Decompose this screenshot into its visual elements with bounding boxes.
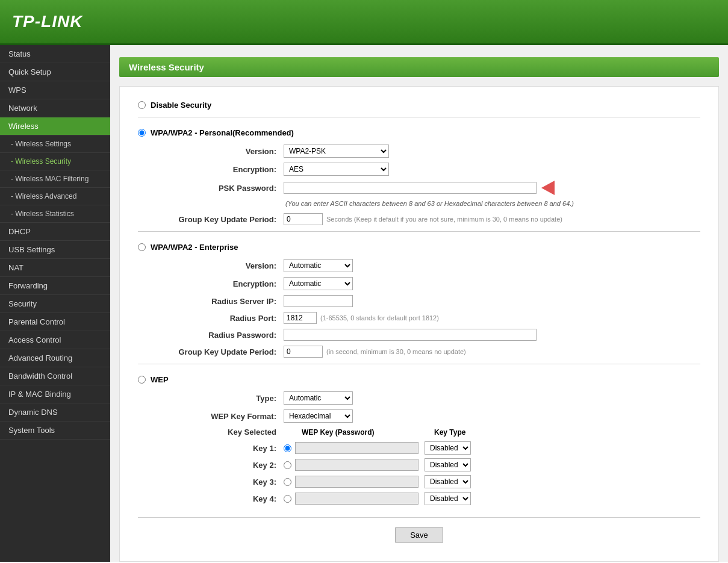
sidebar-item-dhcp[interactable]: DHCP	[0, 223, 110, 241]
sidebar-item-status[interactable]: Status	[0, 45, 110, 63]
wep-format-row: WEP Key Format: Hexadecimal ASCII	[156, 409, 700, 423]
disable-security-section: Disable Security	[138, 101, 700, 110]
sidebar-item-forwarding[interactable]: Forwarding	[0, 277, 110, 295]
wep-section: WEP Type: Automatic Open System Shared K…	[138, 375, 700, 505]
enterprise-group-key-row: Group Key Update Period: (in second, min…	[156, 346, 700, 358]
sidebar-item-nat[interactable]: NAT	[0, 259, 110, 277]
wep-row: WEP	[138, 375, 700, 384]
wep-col-key-header: WEP Key (Password)	[302, 428, 428, 437]
wep-key-selected-label: Key Selected	[156, 428, 276, 437]
wep-radio[interactable]	[138, 376, 146, 384]
wep-key1-row: Key 1: Disabled 64bit 128bit 152bit	[156, 441, 700, 455]
wep-key4-input[interactable]	[295, 493, 418, 505]
sidebar-item-system-tools[interactable]: System Tools	[0, 421, 110, 440]
sidebar-item-wireless[interactable]: Wireless	[0, 117, 110, 135]
psk-password-label: PSK Password:	[156, 184, 276, 193]
wep-key1-label: Key 1:	[156, 444, 276, 453]
personal-version-label: Version:	[156, 147, 276, 156]
sidebar-item-wireless-statistics[interactable]: - Wireless Statistics	[0, 205, 110, 223]
personal-group-key-input[interactable]	[284, 213, 323, 225]
radius-port-input[interactable]	[284, 312, 317, 324]
sidebar-item-wireless-mac[interactable]: - Wireless MAC Filtering	[0, 170, 110, 188]
wep-label[interactable]: WEP	[151, 375, 169, 384]
wpa-personal-label[interactable]: WPA/WPA2 - Personal(Recommended)	[151, 128, 294, 137]
wep-key1-radio[interactable]	[284, 444, 291, 452]
wep-key2-type-select[interactable]: Disabled 64bit 128bit 152bit	[425, 458, 471, 471]
arrow-indicator	[541, 181, 555, 195]
disable-security-label[interactable]: Disable Security	[151, 101, 211, 110]
enterprise-encryption-select[interactable]: Automatic TKIP AES	[284, 277, 353, 290]
sidebar-item-quick-setup[interactable]: Quick Setup	[0, 63, 110, 81]
sidebar-item-wireless-advanced[interactable]: - Wireless Advanced	[0, 188, 110, 205]
wpa-personal-section: WPA/WPA2 - Personal(Recommended) Version…	[138, 128, 700, 225]
section-title: Wireless Security	[119, 57, 719, 77]
wep-key4-label: Key 4:	[156, 494, 276, 503]
radius-ip-row: Radius Server IP:	[156, 295, 700, 307]
enterprise-group-key-label: Group Key Update Period:	[156, 347, 276, 356]
personal-version-row: Version: Automatic WPA-PSK WPA2-PSK	[156, 145, 700, 158]
radius-password-row: Radius Password:	[156, 329, 700, 341]
wep-key3-input[interactable]	[295, 476, 418, 488]
psk-password-row: PSK Password:	[156, 181, 700, 195]
enterprise-group-key-hint: (in second, minimum is 30, 0 means no up…	[326, 348, 466, 355]
sidebar-item-access-control[interactable]: Access Control	[0, 331, 110, 349]
disable-security-row: Disable Security	[138, 101, 700, 110]
sidebar: Status Quick Setup WPS Network Wireless …	[0, 45, 110, 562]
header: TP-LINK	[0, 0, 728, 45]
wep-key2-radio[interactable]	[284, 461, 291, 469]
wep-key1-input[interactable]	[295, 442, 418, 454]
radius-port-hint: (1-65535, 0 stands for default port 1812…	[320, 314, 439, 322]
wep-key2-row: Key 2: Disabled 64bit 128bit 152bit	[156, 458, 700, 471]
sidebar-item-dynamic-dns[interactable]: Dynamic DNS	[0, 403, 110, 421]
sidebar-item-wireless-security[interactable]: - Wireless Security	[0, 153, 110, 170]
enterprise-version-select[interactable]: Automatic WPA WPA2	[284, 259, 353, 272]
content-area: Disable Security WPA/WPA2 - Personal(Rec…	[119, 86, 719, 562]
wpa-enterprise-section: WPA/WPA2 - Enterprise Version: Automatic…	[138, 243, 700, 358]
sidebar-item-wireless-settings[interactable]: - Wireless Settings	[0, 135, 110, 153]
wep-key2-input[interactable]	[295, 459, 418, 471]
wep-key4-row: Key 4: Disabled 64bit 128bit 152bit	[156, 492, 700, 505]
wpa-personal-radio[interactable]	[138, 129, 146, 137]
logo: TP-LINK	[12, 12, 82, 31]
sidebar-item-usb-settings[interactable]: USB Settings	[0, 241, 110, 259]
layout: Status Quick Setup WPS Network Wireless …	[0, 45, 728, 562]
sidebar-item-parental-control[interactable]: Parental Control	[0, 313, 110, 331]
personal-encryption-select[interactable]: Automatic TKIP AES	[284, 163, 389, 176]
disable-security-radio[interactable]	[138, 101, 146, 109]
wep-type-select[interactable]: Automatic Open System Shared Key	[284, 391, 353, 405]
enterprise-version-label: Version:	[156, 261, 276, 270]
wep-format-select[interactable]: Hexadecimal ASCII	[284, 409, 353, 423]
radius-ip-label: Radius Server IP:	[156, 297, 276, 306]
sidebar-item-network[interactable]: Network	[0, 99, 110, 117]
save-button[interactable]: Save	[395, 527, 443, 543]
radius-port-row: Radius Port: (1-65535, 0 stands for defa…	[156, 312, 700, 324]
wpa-personal-row: WPA/WPA2 - Personal(Recommended)	[138, 128, 700, 137]
wep-key3-type-select[interactable]: Disabled 64bit 128bit 152bit	[425, 475, 471, 488]
wep-key4-type-select[interactable]: Disabled 64bit 128bit 152bit	[425, 492, 471, 505]
wpa-personal-form: Version: Automatic WPA-PSK WPA2-PSK Encr…	[156, 145, 700, 225]
main-content: Wireless Security Disable Security WPA/W…	[110, 45, 728, 562]
radius-password-input[interactable]	[284, 329, 537, 341]
wep-type-label: Type:	[156, 394, 276, 403]
sidebar-item-ip-mac-binding[interactable]: IP & MAC Binding	[0, 385, 110, 403]
enterprise-encryption-label: Encryption:	[156, 279, 276, 288]
enterprise-group-key-input[interactable]	[284, 346, 323, 358]
wpa-enterprise-row: WPA/WPA2 - Enterprise	[138, 243, 700, 252]
personal-group-key-label: Group Key Update Period:	[156, 215, 276, 224]
wep-key4-radio[interactable]	[284, 495, 291, 503]
wep-key3-radio[interactable]	[284, 478, 291, 486]
wpa-enterprise-radio[interactable]	[138, 243, 146, 251]
wpa-enterprise-label[interactable]: WPA/WPA2 - Enterprise	[151, 243, 238, 252]
wep-key3-row: Key 3: Disabled 64bit 128bit 152bit	[156, 475, 700, 488]
sidebar-item-advanced-routing[interactable]: Advanced Routing	[0, 349, 110, 367]
psk-password-input[interactable]	[284, 182, 537, 194]
sidebar-item-bandwidth-control[interactable]: Bandwidth Control	[0, 367, 110, 385]
personal-version-select[interactable]: Automatic WPA-PSK WPA2-PSK	[284, 145, 389, 158]
radius-ip-input[interactable]	[284, 295, 353, 307]
sidebar-item-security[interactable]: Security	[0, 295, 110, 313]
sidebar-item-wps[interactable]: WPS	[0, 81, 110, 99]
wep-key2-label: Key 2:	[156, 461, 276, 470]
wep-type-row: Type: Automatic Open System Shared Key	[156, 391, 700, 405]
wep-key1-type-select[interactable]: Disabled 64bit 128bit 152bit	[425, 441, 471, 455]
radius-port-label: Radius Port:	[156, 314, 276, 323]
